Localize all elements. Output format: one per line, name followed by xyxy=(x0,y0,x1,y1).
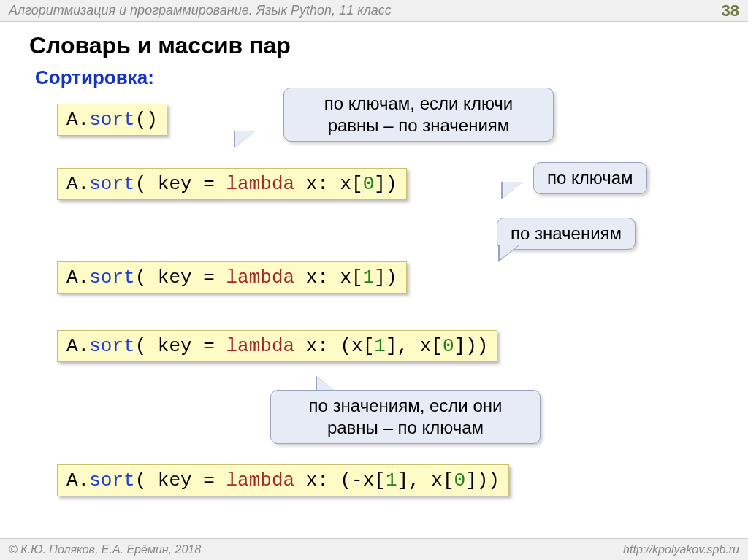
callout-line: равны – по ключам xyxy=(284,417,527,439)
code-sort-key1: A.sort( key = lambda x: x[1]) xyxy=(57,261,407,294)
t: A. xyxy=(66,173,89,195)
t: 1 xyxy=(386,469,397,491)
callout-text: по значениям xyxy=(511,223,622,243)
t: A. xyxy=(66,469,89,491)
callout-line: равны – по значениям xyxy=(297,115,540,137)
t: x: (x[ xyxy=(294,335,374,357)
t: 0 xyxy=(363,173,375,195)
t: x: (-x[ xyxy=(294,469,386,491)
t: ])) xyxy=(465,469,500,491)
code-sort-key10: A.sort( key = lambda x: (x[1], x[0])) xyxy=(57,330,497,362)
callout-tail xyxy=(503,182,523,198)
t: x: x[ xyxy=(294,173,363,195)
callout-tail xyxy=(235,131,256,147)
t: ( key = xyxy=(135,469,226,491)
code-sort-key0: A.sort( key = lambda x: x[0]) xyxy=(57,168,407,200)
t: ]) xyxy=(374,173,397,195)
t: 0 xyxy=(443,335,454,357)
slide-footer: © К.Ю. Поляков, Е.А. Ерёмин, 2018 http:/… xyxy=(0,538,748,560)
t: 0 xyxy=(454,469,466,491)
code-sort-default: A.sort() xyxy=(57,104,167,136)
callout-text: по ключам xyxy=(547,168,633,188)
t: ]) xyxy=(374,266,397,288)
t: ( key = xyxy=(135,335,226,357)
slide-header: Алгоритмизация и программирование. Язык … xyxy=(0,0,748,22)
t: sort xyxy=(89,469,134,491)
t: sort xyxy=(89,109,134,131)
t: ])) xyxy=(454,335,489,357)
t: x: x[ xyxy=(294,266,363,288)
t: ], x[ xyxy=(397,469,454,491)
t: lambda xyxy=(226,469,294,491)
t: sort xyxy=(89,173,134,195)
footer-copyright: © К.Ю. Поляков, Е.А. Ерёмин, 2018 xyxy=(9,543,201,556)
t: sort xyxy=(89,335,134,357)
t: ( key = xyxy=(135,266,226,288)
t: lambda xyxy=(226,335,294,357)
t: A. xyxy=(66,109,89,131)
header-text: Алгоритмизация и программирование. Язык … xyxy=(9,3,392,18)
t: ( key = xyxy=(135,173,226,195)
t: 1 xyxy=(374,335,386,357)
callout-tail xyxy=(500,244,520,260)
t: 1 xyxy=(363,266,375,288)
callout-line: по значениям, если они xyxy=(284,395,527,417)
page-number: 38 xyxy=(722,1,739,20)
t: lambda xyxy=(226,266,294,288)
slide-title: Словарь и массив пар xyxy=(0,22,748,64)
callout-keys-then-values: по ключам, если ключи равны – по значени… xyxy=(283,88,554,142)
code-sort-negkey10: A.sort( key = lambda x: (-x[1], x[0])) xyxy=(57,464,509,496)
t: ], x[ xyxy=(386,335,443,357)
callout-by-keys: по ключам xyxy=(533,162,647,194)
t: lambda xyxy=(226,173,294,195)
footer-url: http://kpolyakov.spb.ru xyxy=(623,543,739,556)
callout-values-then-keys: по значениям, если они равны – по ключам xyxy=(270,390,541,444)
t: A. xyxy=(66,266,89,288)
callout-line: по ключам, если ключи xyxy=(297,93,540,115)
t: A. xyxy=(66,335,89,357)
t: sort xyxy=(89,266,134,288)
t: () xyxy=(135,109,158,131)
